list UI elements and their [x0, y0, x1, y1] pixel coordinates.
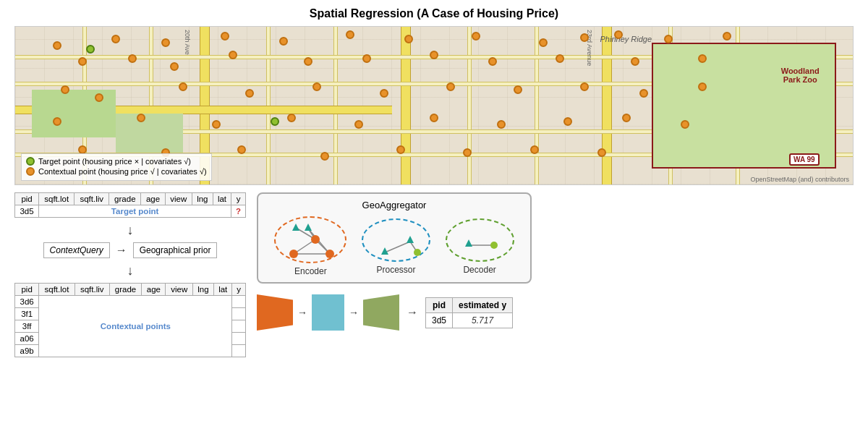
svg-marker-14: [407, 236, 414, 243]
encoder-component: Encoder: [274, 216, 346, 276]
ridge-label: Phinney Ridge: [600, 35, 652, 43]
left-panel: pid sqft.lot sqft.liv grade age view lng…: [14, 192, 246, 357]
encoder-oval: [274, 216, 346, 263]
legend-contextual: Contextual point (housing price √ | cova…: [38, 167, 207, 176]
svg-point-15: [414, 249, 421, 256]
geo-aggregator-panel: GeoAggregator: [257, 192, 532, 284]
flow-arrow-1: →: [116, 244, 127, 257]
arrow-down-2: ↓: [127, 264, 134, 277]
col-lat: lat: [213, 193, 231, 205]
pipeline-result-row: → → → pid estimated y: [257, 294, 854, 331]
target-table: pid sqft.lot sqft.liv grade age view lng…: [14, 192, 246, 218]
ctx-col-age: age: [142, 284, 166, 296]
map-legend: Target point (housing price × | covariat…: [21, 153, 212, 181]
encoder-shape: [257, 294, 293, 331]
svg-line-11: [385, 242, 410, 252]
arrow-down-1: ↓: [127, 224, 134, 237]
col-sqft-lot: sqft.lot: [39, 193, 75, 205]
svg-point-8: [311, 235, 320, 244]
svg-marker-17: [465, 239, 472, 247]
svg-marker-6: [305, 224, 312, 231]
context-query-box: ContextQuery: [43, 242, 110, 258]
result-table: pid estimated y 3d5 5.717: [425, 297, 513, 328]
col-lng: lng: [192, 193, 213, 205]
osm-credit: OpenStreetMap (and) contributors: [750, 176, 849, 183]
processor-label: Processor: [376, 265, 415, 275]
decoder-graph: [447, 220, 516, 263]
col-age: age: [141, 193, 165, 205]
col-grade: grade: [109, 193, 141, 205]
ctx-row-1: 3d6 Contextual points: [15, 296, 246, 308]
pipeline-arrow-1: →: [297, 307, 307, 318]
ctx-col-view: view: [166, 284, 192, 296]
ctx-col-pid: pid: [15, 284, 39, 296]
geo-aggregator-title: GeoAggregator: [267, 200, 522, 210]
svg-point-10: [326, 250, 334, 258]
svg-marker-7: [292, 224, 299, 231]
col-sqft-liv: sqft.liv: [75, 193, 109, 205]
wa99-badge: WA 99: [789, 153, 820, 166]
result-col-estimated-y: estimated y: [453, 297, 513, 312]
ctx-col-lng: lng: [192, 284, 213, 296]
ctx-col-lat: lat: [213, 284, 232, 296]
result-row: 3d5 5.717: [426, 312, 513, 328]
col-pid: pid: [15, 193, 39, 205]
flow-row: ContextQuery → Geographical prior: [43, 242, 218, 258]
map-container: WoodlandPark Zoo WA 99 Phinney Ridge 20t…: [14, 26, 854, 185]
encoder-graph: [276, 218, 348, 265]
processor-component: Processor: [362, 218, 430, 275]
right-panel: GeoAggregator: [257, 192, 854, 331]
target-row: 3d5 Target point ?: [15, 205, 246, 218]
decoder-shape: [363, 294, 399, 331]
processor-oval: [362, 218, 430, 262]
col-y: y: [231, 193, 246, 205]
result-col-pid: pid: [426, 297, 453, 312]
ctx-col-sqft-lot: sqft.lot: [39, 284, 75, 296]
pipeline-arrow-2: →: [349, 307, 359, 318]
result-arrow: →: [407, 306, 418, 319]
decoder-component: Decoder: [446, 218, 514, 275]
svg-point-18: [490, 242, 498, 249]
processor-shape: [312, 294, 344, 331]
encoder-label: Encoder: [294, 266, 327, 276]
legend-target: Target point (housing price × | covariat…: [38, 157, 191, 166]
pipeline-flow: → →: [257, 294, 399, 331]
decoder-label: Decoder: [463, 265, 495, 275]
decoder-oval: [446, 218, 514, 262]
ctx-col-y: y: [232, 284, 246, 296]
page-title: Spatial Regression (A Case of Housing Pr…: [14, 7, 854, 20]
col-view: view: [165, 193, 192, 205]
svg-point-9: [289, 250, 298, 258]
processor-graph: [363, 220, 432, 263]
contextual-table: pid sqft.lot sqft.liv grade age view lng…: [14, 283, 246, 357]
geo-prior-box: Geographical prior: [133, 242, 218, 258]
aggregator-components: Encoder: [267, 216, 522, 276]
zoo-label: WoodlandPark Zoo: [781, 67, 820, 84]
ctx-col-grade: grade: [109, 284, 142, 296]
ctx-col-sqft-liv: sqft.liv: [75, 284, 109, 296]
